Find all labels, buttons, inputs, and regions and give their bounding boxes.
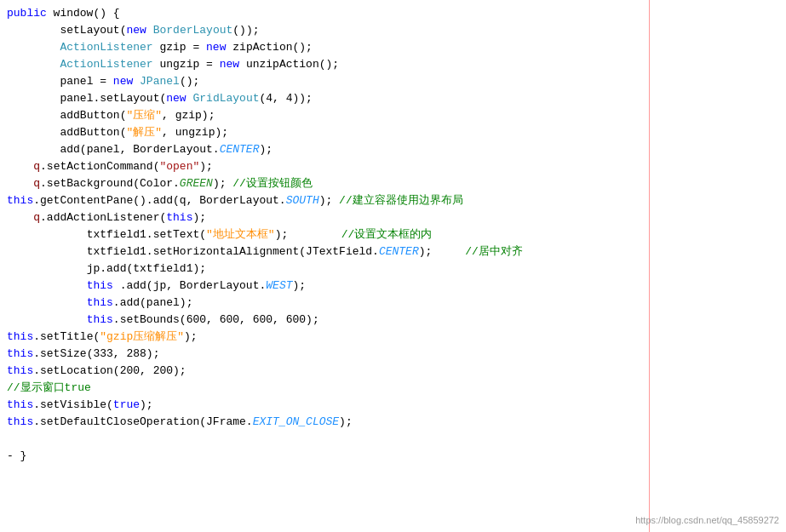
code-line: jp.add(txtfield1); [0,260,786,277]
code-area: public window() { setLayout(new BorderLa… [0,0,786,532]
code-line: q.setActionCommand("open"); [0,158,786,175]
code-line: this.setVisible(true); [0,397,786,414]
code-line: this.setTitle("gzip压缩解压"); [0,329,786,346]
code-line: public window() { [0,5,786,22]
code-line: q.addActionListener(this); [0,209,786,226]
code-line: setLayout(new BorderLayout()); [0,22,786,39]
code-line: - } [0,448,786,465]
watermark: https://blog.csdn.net/qq_45859272 [635,515,779,525]
code-line: ActionListener gzip = new zipAction(); [0,39,786,56]
code-line: ActionListener ungzip = new unzipAction(… [0,56,786,73]
code-line: this.getContentPane().add(q, BorderLayou… [0,192,786,209]
code-line: this.setLocation(200, 200); [0,363,786,380]
code-line: txtfield1.setText("地址文本框"); //设置文本框的内 [0,226,786,243]
code-line: this.add(panel); [0,295,786,312]
code-line: //显示窗口true [0,380,786,397]
code-line: q.setBackground(Color.GREEN); //设置按钮颜色 [0,175,786,192]
code-line: addButton("压缩", gzip); [0,107,786,124]
code-line: add(panel, BorderLayout.CENTER); [0,141,786,158]
code-line [0,431,786,448]
code-line: addButton("解压", ungzip); [0,124,786,141]
code-line: panel.setLayout(new GridLayout(4, 4)); [0,90,786,107]
code-line: this.setSize(333, 288); [0,346,786,363]
red-line [649,0,650,532]
code-line: this.setDefaultCloseOperation(JFrame.EXI… [0,414,786,431]
code-line: this .add(jp, BorderLayout.WEST); [0,277,786,295]
editor-container: public window() { setLayout(new BorderLa… [0,0,786,532]
code-line: this.setBounds(600, 600, 600, 600); [0,312,786,329]
code-line: txtfield1.setHorizontalAlignment(JTextFi… [0,243,786,260]
code-line: panel = new JPanel(); [0,73,786,90]
